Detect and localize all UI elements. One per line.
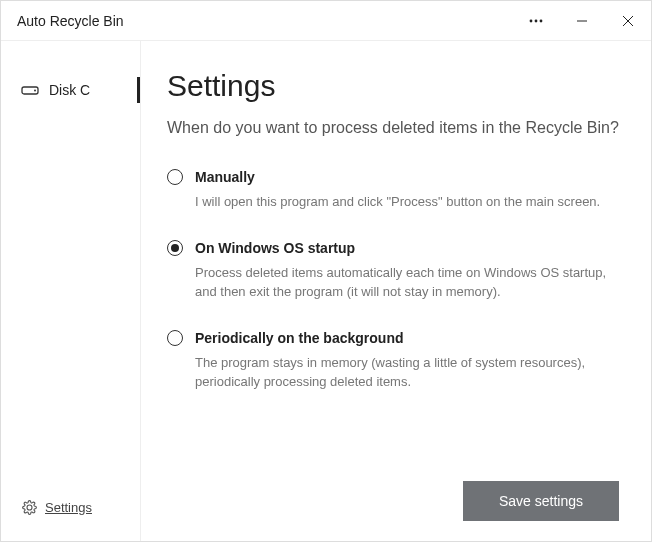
- option-on-startup[interactable]: On Windows OS startup Process deleted it…: [167, 240, 619, 302]
- option-periodically[interactable]: Periodically on the background The progr…: [167, 330, 619, 392]
- more-button[interactable]: [513, 1, 559, 41]
- svg-point-2: [540, 19, 543, 22]
- option-description: I will open this program and click "Proc…: [195, 193, 619, 212]
- sidebar-item-label: Disk C: [49, 82, 90, 98]
- sidebar: Disk C Settings: [1, 41, 141, 541]
- option-description: Process deleted items automatically each…: [195, 264, 619, 302]
- page-subtitle: When do you want to process deleted item…: [167, 117, 619, 139]
- drive-icon: [21, 81, 39, 99]
- option-label: On Windows OS startup: [195, 240, 355, 256]
- main-panel: Settings When do you want to process del…: [141, 41, 651, 541]
- radio-periodically[interactable]: [167, 330, 183, 346]
- radio-manually[interactable]: [167, 169, 183, 185]
- sidebar-settings-link[interactable]: Settings: [1, 489, 140, 529]
- option-manually[interactable]: Manually I will open this program and cl…: [167, 169, 619, 212]
- sidebar-item-disk-c[interactable]: Disk C: [1, 71, 140, 109]
- sidebar-settings-label: Settings: [45, 500, 92, 515]
- svg-point-7: [34, 90, 36, 92]
- body: Disk C Settings Settings When do you wan…: [1, 41, 651, 541]
- page-title: Settings: [167, 69, 619, 103]
- minimize-button[interactable]: [559, 1, 605, 41]
- close-button[interactable]: [605, 1, 651, 41]
- option-label: Manually: [195, 169, 255, 185]
- svg-point-1: [535, 19, 538, 22]
- option-description: The program stays in memory (wasting a l…: [195, 354, 619, 392]
- save-button[interactable]: Save settings: [463, 481, 619, 521]
- titlebar: Auto Recycle Bin: [1, 1, 651, 41]
- svg-point-0: [530, 19, 533, 22]
- gear-icon: [21, 499, 37, 515]
- radio-on-startup[interactable]: [167, 240, 183, 256]
- footer: Save settings: [167, 471, 619, 521]
- window-title: Auto Recycle Bin: [17, 13, 513, 29]
- option-label: Periodically on the background: [195, 330, 403, 346]
